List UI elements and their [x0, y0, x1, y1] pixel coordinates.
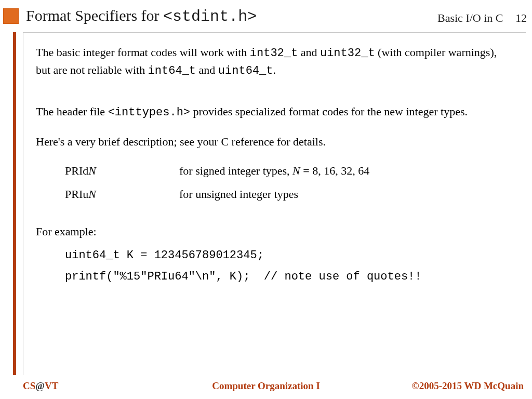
- header-meta: Basic I/O in C 12: [335, 11, 527, 25]
- footer-left: CS@VT: [23, 380, 58, 392]
- list-item: PRIuN for unsigned integer types: [65, 186, 513, 203]
- code-line: printf("%15"PRIu64"\n", K); // note use …: [65, 270, 422, 283]
- spec-list: PRIdN for signed integer types, N = 8, 1…: [65, 163, 513, 203]
- title-code: <stdint.h>: [163, 8, 257, 25]
- slide: Format Specifiers for <stdint.h> Basic I…: [0, 0, 532, 399]
- paragraph-4: For example:: [36, 223, 513, 240]
- spec-desc: for unsigned integer types: [179, 186, 513, 203]
- left-accent-rail: [13, 32, 16, 375]
- paragraph-2: The header file <inttypes.h> provides sp…: [36, 103, 513, 121]
- footer-bar: CS@VT Computer Organization I ©2005-2015…: [0, 378, 532, 394]
- spec-key: PRIdN: [65, 163, 179, 179]
- footer-right: ©2005-2015 WD McQuain: [412, 380, 524, 392]
- paragraph-1: The basic integer format codes will work…: [36, 44, 513, 79]
- list-item: PRIdN for signed integer types, N = 8, 1…: [65, 163, 513, 179]
- accent-square-icon: [3, 8, 19, 24]
- code-line: uint64_t K = 123456789012345;: [65, 249, 264, 262]
- page-number: 12: [506, 11, 527, 25]
- content-area: The basic integer format codes will work…: [23, 32, 526, 375]
- header-bar: Format Specifiers for <stdint.h> Basic I…: [0, 0, 532, 32]
- slide-title: Format Specifiers for <stdint.h>: [26, 7, 257, 25]
- topic-label: Basic I/O in C: [437, 11, 503, 24]
- spec-desc: for signed integer types, N = 8, 16, 32,…: [179, 163, 513, 179]
- code-example: uint64_t K = 123456789012345; printf("%1…: [65, 245, 513, 287]
- title-text: Format Specifiers for: [26, 7, 163, 24]
- paragraph-3: Here's a very brief description; see you…: [36, 134, 513, 150]
- spec-key: PRIuN: [65, 186, 179, 203]
